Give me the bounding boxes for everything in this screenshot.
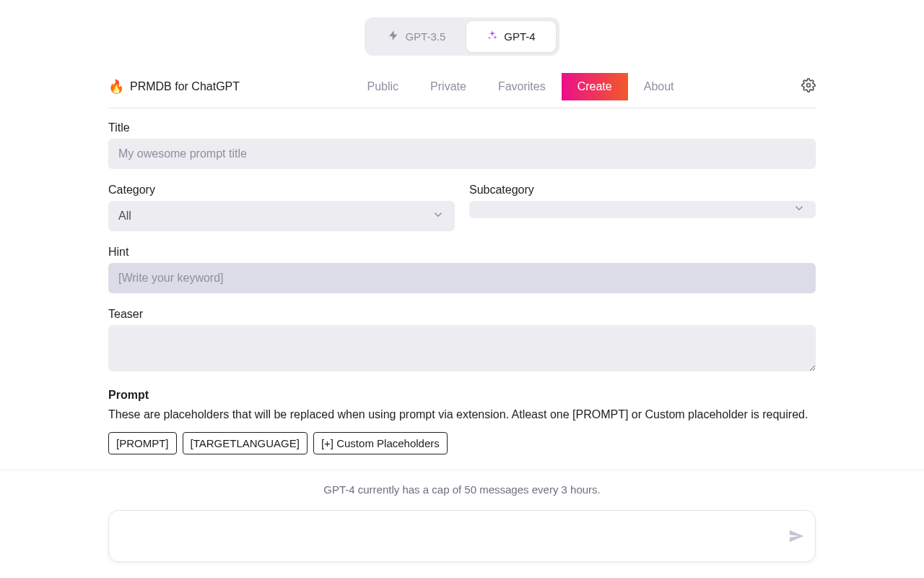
brand: 🔥 PRMDB for ChatGPT (108, 79, 240, 95)
brand-name: PRMDB for ChatGPT (130, 80, 240, 93)
nav-bar: 🔥 PRMDB for ChatGPT Public Private Favor… (108, 66, 816, 108)
title-label: Title (108, 121, 816, 134)
nav-private[interactable]: Private (414, 73, 482, 100)
bottom-area: GPT-4 currently has a cap of 50 messages… (0, 470, 924, 578)
hint-input[interactable] (108, 263, 816, 293)
nav-public[interactable]: Public (352, 73, 415, 100)
placeholder-prompt-button[interactable]: [PROMPT] (108, 432, 177, 454)
model-tab-gpt35[interactable]: GPT-3.5 (367, 20, 466, 53)
hint-label: Hint (108, 246, 816, 259)
svg-point-0 (806, 84, 810, 87)
subcategory-label: Subcategory (469, 184, 816, 197)
prompt-label: Prompt (108, 389, 816, 402)
model-tab-gpt4[interactable]: GPT-4 (466, 20, 556, 53)
category-select[interactable]: All (108, 201, 455, 231)
placeholder-targetlanguage-button[interactable]: [TARGETLANGUAGE] (183, 432, 308, 454)
flame-icon: 🔥 (108, 79, 124, 95)
create-form: Title Category All Subcategory Hint (108, 121, 816, 454)
placeholder-buttons: [PROMPT] [TARGETLANGUAGE] [+] Custom Pla… (108, 432, 816, 454)
teaser-textarea[interactable] (108, 325, 816, 371)
nav-favorites[interactable]: Favorites (482, 73, 562, 100)
teaser-label: Teaser (108, 308, 816, 321)
chat-input[interactable] (108, 510, 816, 562)
nav-create[interactable]: Create (562, 73, 628, 100)
bolt-icon (388, 30, 399, 43)
sparkle-icon (487, 30, 498, 43)
placeholder-custom-button[interactable]: [+] Custom Placeholders (313, 432, 448, 454)
subcategory-select[interactable] (469, 201, 816, 218)
title-input[interactable] (108, 139, 816, 169)
cap-notice: GPT-4 currently has a cap of 50 messages… (0, 483, 924, 496)
nav-about[interactable]: About (628, 73, 690, 100)
model-tab-gpt4-label: GPT-4 (504, 30, 535, 43)
nav-tabs: Public Private Favorites Create About (352, 73, 690, 100)
gear-icon[interactable] (801, 78, 816, 95)
prompt-description: These are placeholders that will be repl… (108, 406, 816, 423)
model-tab-gpt35-label: GPT-3.5 (405, 30, 445, 43)
category-label: Category (108, 184, 455, 197)
send-button[interactable] (788, 528, 804, 547)
model-toggle: GPT-3.5 GPT-4 (365, 17, 559, 56)
